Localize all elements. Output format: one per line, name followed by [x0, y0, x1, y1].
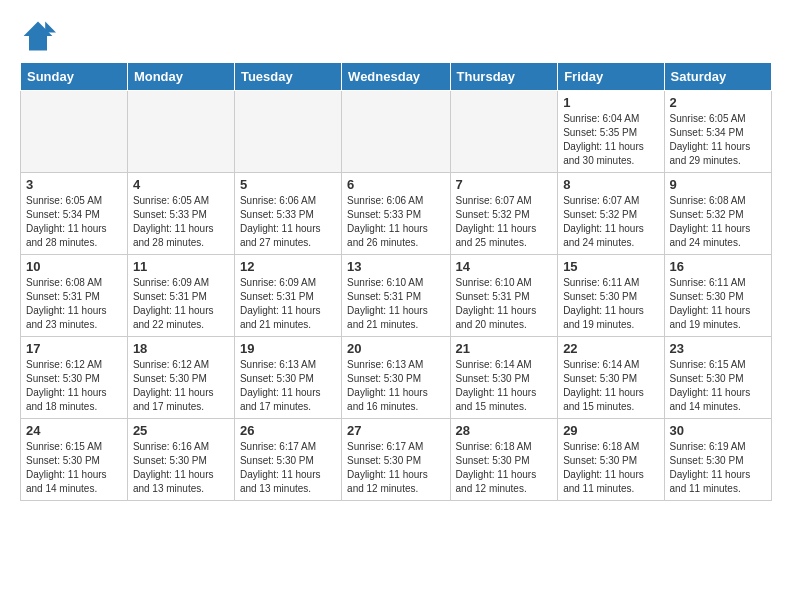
col-header-sunday: Sunday [21, 63, 128, 91]
day-info: Sunrise: 6:08 AMSunset: 5:32 PMDaylight:… [670, 194, 766, 250]
col-header-tuesday: Tuesday [234, 63, 341, 91]
day-cell: 1Sunrise: 6:04 AMSunset: 5:35 PMDaylight… [558, 91, 664, 173]
day-cell: 25Sunrise: 6:16 AMSunset: 5:30 PMDayligh… [127, 419, 234, 501]
day-info: Sunrise: 6:10 AMSunset: 5:31 PMDaylight:… [456, 276, 553, 332]
header-row: SundayMondayTuesdayWednesdayThursdayFrid… [21, 63, 772, 91]
day-info: Sunrise: 6:15 AMSunset: 5:30 PMDaylight:… [26, 440, 122, 496]
day-info: Sunrise: 6:19 AMSunset: 5:30 PMDaylight:… [670, 440, 766, 496]
day-number: 2 [670, 95, 766, 110]
day-cell [450, 91, 558, 173]
week-row-2: 3Sunrise: 6:05 AMSunset: 5:34 PMDaylight… [21, 173, 772, 255]
calendar-wrap: SundayMondayTuesdayWednesdayThursdayFrid… [0, 62, 792, 511]
day-cell [342, 91, 450, 173]
day-number: 25 [133, 423, 229, 438]
day-cell: 17Sunrise: 6:12 AMSunset: 5:30 PMDayligh… [21, 337, 128, 419]
day-number: 16 [670, 259, 766, 274]
day-number: 18 [133, 341, 229, 356]
page-header [0, 0, 792, 62]
week-row-4: 17Sunrise: 6:12 AMSunset: 5:30 PMDayligh… [21, 337, 772, 419]
day-cell: 27Sunrise: 6:17 AMSunset: 5:30 PMDayligh… [342, 419, 450, 501]
day-cell: 6Sunrise: 6:06 AMSunset: 5:33 PMDaylight… [342, 173, 450, 255]
day-number: 27 [347, 423, 444, 438]
day-cell: 2Sunrise: 6:05 AMSunset: 5:34 PMDaylight… [664, 91, 771, 173]
day-number: 21 [456, 341, 553, 356]
day-cell: 11Sunrise: 6:09 AMSunset: 5:31 PMDayligh… [127, 255, 234, 337]
day-info: Sunrise: 6:14 AMSunset: 5:30 PMDaylight:… [456, 358, 553, 414]
day-cell: 14Sunrise: 6:10 AMSunset: 5:31 PMDayligh… [450, 255, 558, 337]
day-cell: 5Sunrise: 6:06 AMSunset: 5:33 PMDaylight… [234, 173, 341, 255]
day-info: Sunrise: 6:13 AMSunset: 5:30 PMDaylight:… [347, 358, 444, 414]
day-cell: 12Sunrise: 6:09 AMSunset: 5:31 PMDayligh… [234, 255, 341, 337]
day-cell: 18Sunrise: 6:12 AMSunset: 5:30 PMDayligh… [127, 337, 234, 419]
day-number: 10 [26, 259, 122, 274]
day-info: Sunrise: 6:05 AMSunset: 5:33 PMDaylight:… [133, 194, 229, 250]
day-info: Sunrise: 6:14 AMSunset: 5:30 PMDaylight:… [563, 358, 658, 414]
day-info: Sunrise: 6:07 AMSunset: 5:32 PMDaylight:… [563, 194, 658, 250]
col-header-saturday: Saturday [664, 63, 771, 91]
day-number: 9 [670, 177, 766, 192]
day-number: 12 [240, 259, 336, 274]
day-info: Sunrise: 6:17 AMSunset: 5:30 PMDaylight:… [347, 440, 444, 496]
day-info: Sunrise: 6:11 AMSunset: 5:30 PMDaylight:… [563, 276, 658, 332]
day-number: 5 [240, 177, 336, 192]
col-header-friday: Friday [558, 63, 664, 91]
day-cell: 8Sunrise: 6:07 AMSunset: 5:32 PMDaylight… [558, 173, 664, 255]
day-cell: 15Sunrise: 6:11 AMSunset: 5:30 PMDayligh… [558, 255, 664, 337]
logo [20, 18, 60, 54]
day-info: Sunrise: 6:11 AMSunset: 5:30 PMDaylight:… [670, 276, 766, 332]
week-row-1: 1Sunrise: 6:04 AMSunset: 5:35 PMDaylight… [21, 91, 772, 173]
col-header-thursday: Thursday [450, 63, 558, 91]
col-header-wednesday: Wednesday [342, 63, 450, 91]
day-cell: 9Sunrise: 6:08 AMSunset: 5:32 PMDaylight… [664, 173, 771, 255]
logo-icon [20, 18, 56, 54]
day-number: 20 [347, 341, 444, 356]
day-number: 1 [563, 95, 658, 110]
day-number: 8 [563, 177, 658, 192]
week-row-5: 24Sunrise: 6:15 AMSunset: 5:30 PMDayligh… [21, 419, 772, 501]
day-cell: 10Sunrise: 6:08 AMSunset: 5:31 PMDayligh… [21, 255, 128, 337]
day-info: Sunrise: 6:07 AMSunset: 5:32 PMDaylight:… [456, 194, 553, 250]
day-info: Sunrise: 6:12 AMSunset: 5:30 PMDaylight:… [133, 358, 229, 414]
day-info: Sunrise: 6:15 AMSunset: 5:30 PMDaylight:… [670, 358, 766, 414]
day-info: Sunrise: 6:18 AMSunset: 5:30 PMDaylight:… [563, 440, 658, 496]
day-number: 11 [133, 259, 229, 274]
day-cell: 30Sunrise: 6:19 AMSunset: 5:30 PMDayligh… [664, 419, 771, 501]
day-info: Sunrise: 6:05 AMSunset: 5:34 PMDaylight:… [670, 112, 766, 168]
day-cell [234, 91, 341, 173]
day-cell: 13Sunrise: 6:10 AMSunset: 5:31 PMDayligh… [342, 255, 450, 337]
day-info: Sunrise: 6:10 AMSunset: 5:31 PMDaylight:… [347, 276, 444, 332]
day-cell: 19Sunrise: 6:13 AMSunset: 5:30 PMDayligh… [234, 337, 341, 419]
col-header-monday: Monday [127, 63, 234, 91]
day-number: 14 [456, 259, 553, 274]
day-cell: 23Sunrise: 6:15 AMSunset: 5:30 PMDayligh… [664, 337, 771, 419]
day-info: Sunrise: 6:12 AMSunset: 5:30 PMDaylight:… [26, 358, 122, 414]
day-number: 24 [26, 423, 122, 438]
day-cell: 22Sunrise: 6:14 AMSunset: 5:30 PMDayligh… [558, 337, 664, 419]
day-info: Sunrise: 6:06 AMSunset: 5:33 PMDaylight:… [347, 194, 444, 250]
calendar-body: 1Sunrise: 6:04 AMSunset: 5:35 PMDaylight… [21, 91, 772, 501]
calendar-header: SundayMondayTuesdayWednesdayThursdayFrid… [21, 63, 772, 91]
day-cell: 16Sunrise: 6:11 AMSunset: 5:30 PMDayligh… [664, 255, 771, 337]
day-info: Sunrise: 6:16 AMSunset: 5:30 PMDaylight:… [133, 440, 229, 496]
day-cell: 3Sunrise: 6:05 AMSunset: 5:34 PMDaylight… [21, 173, 128, 255]
day-cell [127, 91, 234, 173]
day-cell: 20Sunrise: 6:13 AMSunset: 5:30 PMDayligh… [342, 337, 450, 419]
day-info: Sunrise: 6:18 AMSunset: 5:30 PMDaylight:… [456, 440, 553, 496]
day-cell: 28Sunrise: 6:18 AMSunset: 5:30 PMDayligh… [450, 419, 558, 501]
day-cell: 4Sunrise: 6:05 AMSunset: 5:33 PMDaylight… [127, 173, 234, 255]
day-number: 22 [563, 341, 658, 356]
day-info: Sunrise: 6:08 AMSunset: 5:31 PMDaylight:… [26, 276, 122, 332]
day-cell: 21Sunrise: 6:14 AMSunset: 5:30 PMDayligh… [450, 337, 558, 419]
day-info: Sunrise: 6:09 AMSunset: 5:31 PMDaylight:… [133, 276, 229, 332]
day-number: 6 [347, 177, 444, 192]
day-info: Sunrise: 6:09 AMSunset: 5:31 PMDaylight:… [240, 276, 336, 332]
calendar-table: SundayMondayTuesdayWednesdayThursdayFrid… [20, 62, 772, 501]
day-number: 4 [133, 177, 229, 192]
day-cell: 7Sunrise: 6:07 AMSunset: 5:32 PMDaylight… [450, 173, 558, 255]
day-cell: 29Sunrise: 6:18 AMSunset: 5:30 PMDayligh… [558, 419, 664, 501]
svg-marker-1 [45, 22, 56, 33]
day-number: 15 [563, 259, 658, 274]
day-number: 7 [456, 177, 553, 192]
day-number: 29 [563, 423, 658, 438]
day-number: 19 [240, 341, 336, 356]
